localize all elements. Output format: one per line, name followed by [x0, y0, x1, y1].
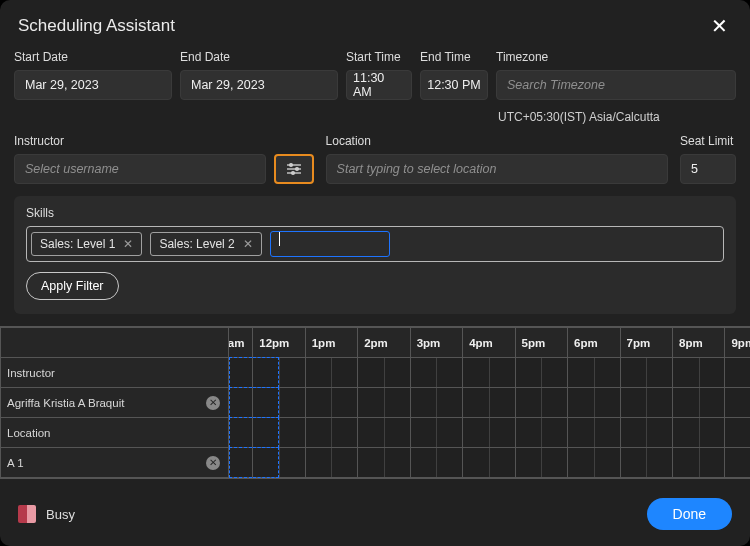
skill-chip: Sales: Level 2 ✕ [150, 232, 261, 256]
row-label-text: Agriffa Kristia A Braquit [7, 397, 124, 409]
label-location: Location [326, 134, 668, 148]
row-label: Agriffa Kristia A Braquit ✕ [1, 388, 229, 418]
form-row-dates: Start Date Mar 29, 2023 End Date Mar 29,… [0, 42, 750, 126]
hour-header: 2pm [358, 328, 410, 358]
chip-remove-icon[interactable]: ✕ [243, 237, 253, 251]
field-timezone: Timezone Search Timezone UTC+05:30(IST) … [496, 50, 736, 124]
skill-text-input[interactable] [270, 231, 390, 257]
timeline-header-row: 11am 12pm 1pm 2pm 3pm 4pm 5pm 6pm 7pm 8p… [1, 328, 751, 358]
hour-header: 3pm [410, 328, 462, 358]
input-end-date[interactable]: Mar 29, 2023 [180, 70, 338, 100]
timeline-grid[interactable]: 11am 12pm 1pm 2pm 3pm 4pm 5pm 6pm 7pm 8p… [0, 326, 750, 479]
row-remove-icon[interactable]: ✕ [206, 456, 220, 470]
label-skills: Skills [26, 206, 724, 220]
skills-panel: Skills Sales: Level 1 ✕ Sales: Level 2 ✕… [14, 196, 736, 314]
field-location: Location Start typing to select location [326, 134, 668, 184]
input-instructor[interactable]: Select username [14, 154, 266, 184]
chip-remove-icon[interactable]: ✕ [123, 237, 133, 251]
row-label-text: A 1 [7, 457, 24, 469]
hour-header: 1pm [305, 328, 357, 358]
field-end-time: End Time 12:30 PM [420, 50, 488, 100]
hour-header: 11am [229, 328, 253, 358]
svg-point-4 [295, 168, 298, 171]
done-button[interactable]: Done [647, 498, 732, 530]
timeline-row: Location [1, 418, 751, 448]
row-label: Location [1, 418, 229, 448]
hour-header: 7pm [620, 328, 672, 358]
dialog-header: Scheduling Assistant ✕ [0, 0, 750, 42]
field-seat-limit: Seat Limit 5 [680, 134, 736, 184]
skill-chip-label: Sales: Level 1 [40, 237, 115, 251]
row-remove-icon[interactable]: ✕ [206, 396, 220, 410]
hour-header: 5pm [515, 328, 567, 358]
hour-header: 9pm [725, 328, 750, 358]
sliders-icon [286, 162, 302, 176]
filter-icon-button[interactable] [274, 154, 314, 184]
label-end-time: End Time [420, 50, 488, 64]
apply-filter-button[interactable]: Apply Filter [26, 272, 119, 300]
label-start-date: Start Date [14, 50, 172, 64]
hour-header: 4pm [463, 328, 515, 358]
timeline-row: Agriffa Kristia A Braquit ✕ [1, 388, 751, 418]
dialog-footer: Busy Done [0, 484, 750, 546]
hour-header: 8pm [673, 328, 725, 358]
field-start-date: Start Date Mar 29, 2023 [14, 50, 172, 100]
hour-header: 6pm [568, 328, 620, 358]
input-location[interactable]: Start typing to select location [326, 154, 668, 184]
field-end-date: End Date Mar 29, 2023 [180, 50, 338, 100]
input-start-date[interactable]: Mar 29, 2023 [14, 70, 172, 100]
label-end-date: End Date [180, 50, 338, 64]
input-start-time[interactable]: 11:30 AM [346, 70, 412, 100]
skill-chip-label: Sales: Level 2 [159, 237, 234, 251]
label-start-time: Start Time [346, 50, 412, 64]
row-label: Instructor [1, 358, 229, 388]
skills-chips-input[interactable]: Sales: Level 1 ✕ Sales: Level 2 ✕ [26, 226, 724, 262]
label-timezone: Timezone [496, 50, 736, 64]
busy-swatch-icon [18, 505, 36, 523]
busy-legend: Busy [18, 505, 75, 523]
skill-chip: Sales: Level 1 ✕ [31, 232, 142, 256]
timeline-row: A 1 ✕ [1, 448, 751, 478]
dialog-title: Scheduling Assistant [18, 16, 175, 36]
input-timezone[interactable]: Search Timezone [496, 70, 736, 100]
svg-point-3 [289, 164, 292, 167]
close-icon[interactable]: ✕ [707, 14, 732, 38]
field-start-time: Start Time 11:30 AM [346, 50, 412, 100]
field-instructor: Instructor Select username [14, 134, 314, 184]
input-end-time[interactable]: 12:30 PM [420, 70, 488, 100]
svg-point-5 [291, 172, 294, 175]
row-label: A 1 ✕ [1, 448, 229, 478]
input-seat-limit[interactable]: 5 [680, 154, 736, 184]
hour-header: 12pm [253, 328, 305, 358]
busy-legend-label: Busy [46, 507, 75, 522]
label-instructor: Instructor [14, 134, 314, 148]
label-seat-limit: Seat Limit [680, 134, 736, 148]
timeline-row: Instructor [1, 358, 751, 388]
timezone-helper-text: UTC+05:30(IST) Asia/Calcutta [496, 104, 736, 124]
form-row-instructor: Instructor Select username Location St [0, 126, 750, 186]
scheduling-assistant-dialog: Scheduling Assistant ✕ Start Date Mar 29… [0, 0, 750, 546]
